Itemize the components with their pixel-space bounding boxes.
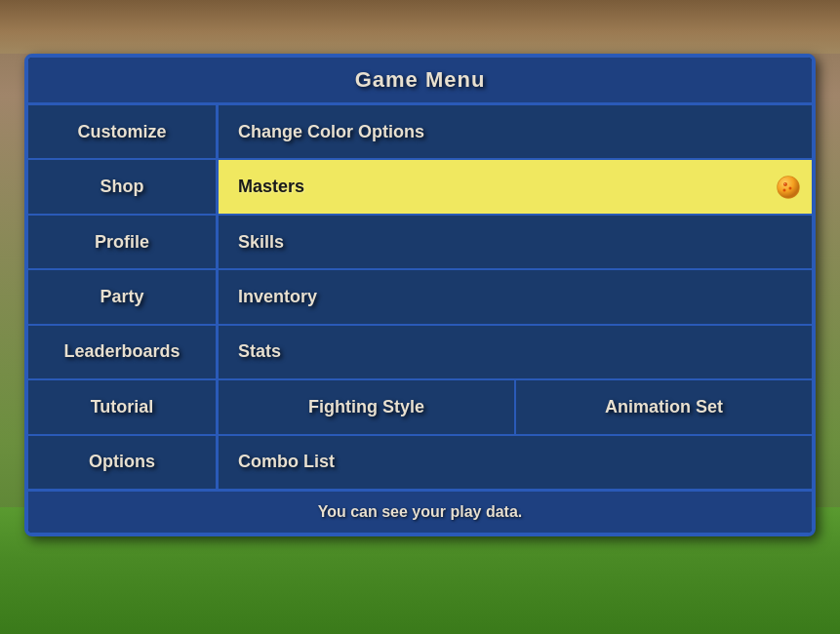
menu-title-bar: Game Menu (28, 58, 812, 105)
game-menu: Game Menu Customize Shop Profile Party L… (24, 54, 816, 536)
row-stats[interactable]: Stats (219, 326, 812, 380)
nav-item-shop[interactable]: Shop (28, 160, 216, 215)
dirt-background (0, 0, 840, 54)
menu-title: Game Menu (355, 67, 486, 92)
nav-item-tutorial[interactable]: Tutorial (28, 380, 216, 435)
footer-text: You can see your play data. (318, 503, 523, 520)
row-change-color-options[interactable]: Change Color Options (219, 105, 812, 160)
nav-item-party[interactable]: Party (28, 270, 216, 325)
nav-item-customize[interactable]: Customize (28, 105, 216, 160)
row-skills[interactable]: Skills (219, 216, 812, 270)
row-masters[interactable]: Masters (219, 160, 812, 215)
row-inventory[interactable]: Inventory (219, 270, 812, 325)
nav-item-profile[interactable]: Profile (28, 216, 216, 270)
menu-body: Customize Shop Profile Party Leaderboard… (28, 105, 812, 489)
cell-fighting-style[interactable]: Fighting Style (219, 380, 516, 433)
svg-point-1 (778, 177, 799, 198)
row-combo-list[interactable]: Combo List (219, 436, 812, 489)
row-fighting-style-animation: Fighting Style Animation Set (219, 380, 812, 435)
nav-item-leaderboards[interactable]: Leaderboards (28, 326, 216, 380)
right-content: Change Color Options Masters (219, 105, 812, 489)
svg-point-4 (789, 186, 792, 189)
svg-point-3 (783, 188, 786, 191)
menu-footer: You can see your play data. (28, 489, 812, 533)
cursor-dragonball (777, 176, 800, 199)
cell-animation-set[interactable]: Animation Set (516, 380, 812, 433)
left-navigation: Customize Shop Profile Party Leaderboard… (28, 105, 219, 489)
svg-point-5 (784, 183, 785, 184)
nav-item-options[interactable]: Options (28, 436, 216, 489)
svg-point-2 (783, 182, 787, 186)
